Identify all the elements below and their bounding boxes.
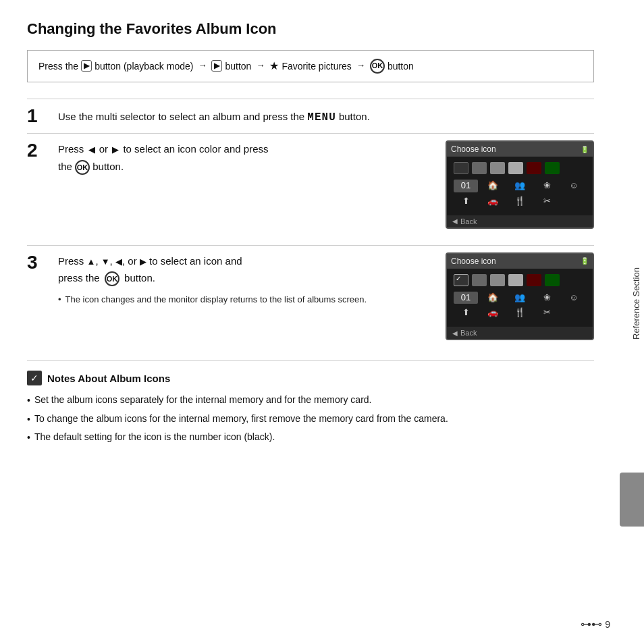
note-item-3: The default setting for the icon is the … [27,429,594,445]
cam2-swatch-4 [508,274,523,286]
step-3-row: 3 Press ▲, ▼, ◀, or ▶ to select an icon … [27,252,594,347]
cam2-title-bar: Choose icon 🔋 [447,254,593,269]
breadcrumb-text1: Press the [38,59,78,74]
cam2-icon-row1: 01 🏠 👥 ❀ ☺ [454,292,586,304]
note-item-2: To change the album icons for the intern… [27,411,594,427]
cam2-icon-fork: 🍴 [508,306,532,319]
step-2-text-after: to select an icon color and press [123,143,268,155]
cam1-title-bar: Choose icon 🔋 [447,142,593,157]
cam1-back-icon: ◀ [452,217,458,225]
camera-screen-2: Choose icon 🔋 ✓ [446,252,594,340]
step-2-or: or [99,143,108,155]
step-3-bullet: • The icon changes and the monitor displ… [58,292,432,307]
cam2-body: ✓ 01 🏠 👥 ❀ ☺ [447,269,593,327]
page-number: 9 [605,619,610,630]
playback-btn-2: ▶ [211,60,222,72]
swatch-3 [490,162,505,174]
cam2-swatch-6 [545,274,560,286]
bullet-dot: • [58,292,61,307]
step-2-press: Press [58,143,84,155]
icon-scissors: ✂ [535,195,559,207]
step-1-row: 1 Use the multi selector to select an al… [27,106,594,127]
icon-car: 🚗 [481,195,505,207]
step-3-tri-left: ◀ [115,257,122,267]
step-3-layout: Press ▲, ▼, ◀, or ▶ to select an icon an… [58,252,594,340]
step-2-num: 2 [27,140,51,161]
cam2-icon-people: 👥 [508,292,532,304]
step-2-the: the [58,161,75,172]
step-1-text: Use the multi selector to select an albu… [58,106,594,127]
step-2-row: 2 Press ◀ or ▶ to select an icon color a… [27,140,594,238]
step-3-num: 3 [27,252,51,273]
swatch-5 [527,162,541,174]
cam1-back-label: Back [460,217,477,225]
note-1-text: Set the album icons separately for the i… [34,392,372,407]
camera-screen-1: Choose icon 🔋 01 [446,140,594,228]
cam2-icon-house: 🏠 [481,292,505,304]
note-item-1: Set the album icons separately for the i… [27,392,594,408]
cam1-icon-row1: 01 🏠 👥 ❀ ☺ [454,180,586,192]
cam2-swatch-2 [472,274,487,286]
cam2-footer: ◀ Back [447,327,593,339]
breadcrumb-text3: button [225,59,251,74]
sidebar-label: Reference Section [628,203,644,405]
star-icon: ★ [269,57,279,75]
cam2-icon-arrow: ⬆ [454,306,478,319]
step-3-tri-right: ▶ [140,257,146,267]
divider-1 [27,99,594,99]
cam2-swatch-3 [490,274,505,286]
step-3-text-after: to select an icon and [149,255,242,267]
notes-check-icon: ✓ [27,371,42,385]
note-3-text: The default setting for the icon is the … [34,429,275,444]
cam1-footer: ◀ Back [447,215,593,227]
playback-btn-1: ▶ [81,60,92,72]
page-title: Changing the Favorites Album Icon [27,20,594,38]
page-footer: ⊶⊷ 9 [581,618,610,630]
step-2-ok: OK [75,160,90,175]
cam2-icon-flower: ❀ [535,292,559,304]
cam2-back-label: Back [460,329,477,337]
step-2-text: Press ◀ or ▶ to select an icon color and… [58,140,432,175]
step-3-ok: OK [105,271,119,286]
icon-arrow: ⬆ [454,195,478,207]
cam2-icon-car: 🚗 [481,306,505,319]
cam2-swatch-selected: ✓ [454,274,468,286]
notes-title: Notes About Album Icons [47,373,170,384]
divider-2 [27,133,594,134]
icon-house: 🏠 [481,180,505,192]
note-2-text: To change the album icons for the intern… [34,411,448,426]
step-3-line2: press the OK button. [58,269,432,287]
cam1-battery: 🔋 [581,146,589,153]
step-2-button: button. [92,161,124,172]
arrow2: → [256,59,265,73]
step-1-text2: button. [339,111,370,122]
bullet-text: The icon changes and the monitor display… [65,292,367,307]
step-2-tri-left: ◀ [88,144,95,155]
cam2-icon-row2: ⬆ 🚗 🍴 ✂ [454,306,586,319]
arrow1: → [198,59,207,73]
cam1-title: Choose icon [451,144,496,154]
step-1-num: 1 [27,106,51,127]
breadcrumb-text4: Favorite pictures [281,59,351,74]
step-3-tri-up: ▲ [87,257,96,267]
step-2-layout: Press ◀ or ▶ to select an icon color and… [58,140,594,228]
icon-num: 01 [454,180,478,192]
arrow3: → [356,59,365,73]
ok-btn-breadcrumb: OK [370,59,385,74]
step-3-text: Press ▲, ▼, ◀, or ▶ to select an icon an… [58,252,432,307]
icon-empty [562,195,586,207]
cam2-swatch-5 [527,274,541,286]
cam2-icon-scissors: ✂ [535,306,559,319]
cam2-title: Choose icon [451,257,496,266]
divider-3 [27,245,594,246]
cam2-icon-face: ☺ [562,292,586,304]
cam1-icon-row2: ⬆ 🚗 🍴 ✂ [454,195,586,207]
breadcrumb-box: Press the ▶ button (playback mode) → ▶ b… [27,50,594,82]
cam1-body: 01 🏠 👥 ❀ ☺ ⬆ 🚗 🍴 ✂ [447,157,593,215]
swatch-2 [472,162,487,174]
breadcrumb-text2: button (playback mode) [95,59,193,74]
step-3-press-the: press the [58,272,100,284]
step-3-button: button. [124,272,155,284]
step-3-press: Press [58,255,84,267]
icon-people: 👥 [508,180,532,192]
